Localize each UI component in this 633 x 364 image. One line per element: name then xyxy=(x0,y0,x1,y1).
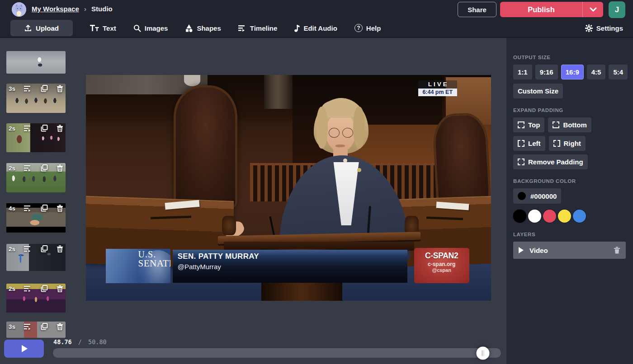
upload-label: Upload xyxy=(36,24,59,32)
gear-icon xyxy=(585,24,593,32)
color-swatch[interactable] xyxy=(513,210,526,223)
reorder-icon[interactable] xyxy=(24,246,32,252)
upload-icon xyxy=(24,24,32,32)
podium-baluster xyxy=(222,216,236,235)
reorder-icon[interactable] xyxy=(24,125,32,132)
speaker-mouth xyxy=(335,145,345,147)
trash-icon[interactable] xyxy=(57,85,63,92)
color-swatch[interactable] xyxy=(528,210,541,223)
text-icon xyxy=(90,24,99,32)
clip-thumbnail[interactable]: 4s xyxy=(6,203,66,233)
speaker-necklace xyxy=(343,159,347,163)
pad-left-button[interactable]: Left xyxy=(513,136,545,151)
pad-top-button[interactable]: Top xyxy=(513,117,544,132)
network-site: c-span.org xyxy=(414,261,469,267)
scene-spindle-rail xyxy=(250,163,287,201)
live-bug: LIVE 6:44 pm ET xyxy=(418,80,457,96)
trash-icon[interactable] xyxy=(57,323,63,330)
color-swatch[interactable] xyxy=(543,210,556,223)
reorder-icon[interactable] xyxy=(24,323,32,330)
duplicate-icon[interactable] xyxy=(41,125,48,132)
trash-icon[interactable] xyxy=(57,205,63,212)
playback-scrubber[interactable] xyxy=(53,348,501,358)
pad-button-label: Remove Padding xyxy=(528,158,583,166)
custom-size-button[interactable]: Custom Size xyxy=(513,84,563,98)
color-swatch[interactable] xyxy=(558,210,571,223)
trash-icon[interactable] xyxy=(57,164,63,172)
output-size-option[interactable]: 16:9 xyxy=(561,65,584,79)
output-size-option[interactable]: 9:16 xyxy=(535,65,558,79)
layer-trash-icon[interactable] xyxy=(614,247,620,254)
account-avatar[interactable]: J xyxy=(609,1,625,18)
pad-button-label: Top xyxy=(528,121,540,129)
time-display: 48.76 / 50.80 xyxy=(53,338,107,345)
breadcrumb: My Workspace › Studio xyxy=(32,5,113,13)
network-name: C-SPAN2 xyxy=(414,251,469,261)
trash-icon[interactable] xyxy=(57,245,63,252)
clip-thumbnail[interactable]: 2s xyxy=(6,284,66,313)
pad-bottom-button[interactable]: Bottom xyxy=(548,117,591,132)
reorder-icon[interactable] xyxy=(24,205,32,212)
toolbar-item-help[interactable]: ? Help xyxy=(354,24,381,32)
toolbar-item-timeline[interactable]: Timeline xyxy=(238,24,278,32)
upload-button[interactable]: Upload xyxy=(10,20,73,36)
clip-preview xyxy=(6,51,66,74)
network-social: @cspan xyxy=(414,267,469,273)
clip-thumbnail[interactable]: 2s xyxy=(6,163,66,192)
duplicate-icon[interactable] xyxy=(41,205,48,212)
reorder-icon[interactable] xyxy=(24,285,32,292)
breadcrumb-page-title: Studio xyxy=(91,5,113,13)
video-canvas-layer[interactable]: LIVE 6:44 pm ET U.S. SENATE SEN. PATTY M… xyxy=(86,75,491,301)
output-size-option[interactable]: 5:4 xyxy=(609,65,628,79)
clip-thumbnail[interactable]: 2s xyxy=(6,123,66,152)
live-time: 6:44 pm ET xyxy=(418,89,457,96)
chevron-down-icon xyxy=(590,7,597,12)
live-badge: LIVE xyxy=(418,80,457,89)
toolbar-item-label: Timeline xyxy=(250,24,278,32)
output-size-option[interactable]: 1:1 xyxy=(513,65,532,79)
speaker-glasses xyxy=(329,128,340,138)
play-button[interactable] xyxy=(4,340,44,358)
color-swatch[interactable] xyxy=(573,210,586,223)
scrubber-handle[interactable] xyxy=(477,346,490,359)
clip-duration: 2s xyxy=(9,165,15,172)
toolbar-item-edit-audio[interactable]: Edit Audio xyxy=(294,24,337,32)
reorder-icon[interactable] xyxy=(24,165,32,172)
clip-thumbnail[interactable]: 2s xyxy=(6,244,66,271)
pad-right-button[interactable]: Right xyxy=(549,136,586,151)
toolbar-item-images[interactable]: Images xyxy=(133,24,168,32)
breadcrumb-workspace-link[interactable]: My Workspace xyxy=(32,5,79,13)
play-icon xyxy=(22,345,28,352)
background-color-button[interactable]: #000000 xyxy=(513,188,561,204)
layer-expand-icon[interactable] xyxy=(519,247,524,253)
workspace-avatar[interactable] xyxy=(12,2,26,17)
toolbar-item-text[interactable]: Text xyxy=(90,24,116,32)
settings-label: Settings xyxy=(596,24,623,32)
trash-icon[interactable] xyxy=(57,285,63,292)
clip-thumbnail[interactable]: 3s xyxy=(6,322,66,338)
pad-bottom-icon xyxy=(553,121,559,128)
output-size-option[interactable]: 4:5 xyxy=(587,65,606,79)
trash-icon[interactable] xyxy=(57,125,63,132)
remove-padding-button[interactable]: Remove Padding xyxy=(513,154,588,169)
background-color-label: BACKGROUND COLOR xyxy=(513,178,626,184)
publish-dropdown-toggle[interactable] xyxy=(582,2,603,17)
share-button[interactable]: Share xyxy=(458,2,496,17)
publish-button[interactable]: Publish xyxy=(500,2,603,17)
duplicate-icon[interactable] xyxy=(41,285,48,292)
layer-item-video[interactable]: Video xyxy=(513,242,626,259)
duplicate-icon[interactable] xyxy=(41,164,48,172)
duplicate-icon[interactable] xyxy=(41,245,48,252)
pad-button-label: Right xyxy=(564,140,581,147)
speaker-handle: @PattyMurray xyxy=(178,263,408,271)
publish-label[interactable]: Publish xyxy=(500,2,582,17)
reorder-icon[interactable] xyxy=(24,85,32,92)
settings-button[interactable]: Settings xyxy=(585,24,623,32)
clip-duration: 2s xyxy=(9,125,15,132)
scene-column xyxy=(264,75,293,109)
toolbar-item-shapes[interactable]: Shapes xyxy=(185,24,221,32)
clip-thumbnail[interactable] xyxy=(6,51,66,74)
duplicate-icon[interactable] xyxy=(41,323,48,330)
duplicate-icon[interactable] xyxy=(41,85,48,92)
clip-thumbnail[interactable]: 3s xyxy=(6,84,66,113)
